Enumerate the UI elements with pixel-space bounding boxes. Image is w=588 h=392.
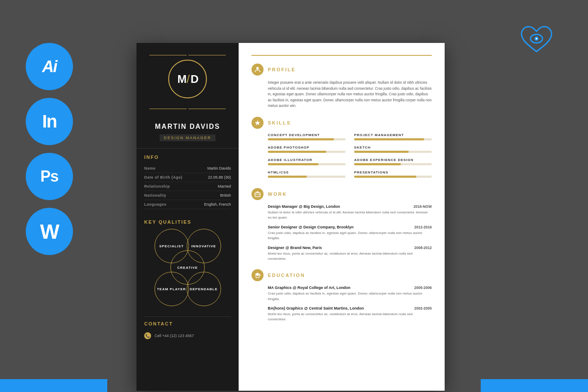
contact-section: CONTACT 📞 Cell +44 (12) 123 4567: [136, 310, 239, 345]
skill-item: ADOBE ILLUSTRATOR: [268, 158, 346, 165]
work-item-period: 2016-NOW: [413, 204, 432, 209]
work-item-period: 2008-2012: [414, 246, 432, 250]
phone-icon: 📞: [144, 332, 151, 339]
resume-left-panel: M / D MARTIN DAVIDS DESIGN MANAGER INFO …: [136, 43, 239, 391]
edu-item: BA(hons) Graphics @ Central Saint Martin…: [268, 306, 432, 322]
svg-point-2: [536, 38, 537, 40]
contact-phone: 📞 Cell +44 (12) 123 4567: [144, 331, 231, 341]
monogram-area: M / D: [136, 43, 239, 118]
work-items: Design Manager @ Big Design, London 2016…: [252, 204, 432, 261]
work-header: WORK: [252, 188, 432, 200]
skill-name: ADOBE EXPERIENCE DESIGN: [354, 158, 432, 162]
monogram-first: M: [177, 73, 186, 86]
skill-item: ADOBE PHOTOSHOP: [268, 146, 346, 153]
svg-marker-4: [255, 120, 261, 125]
skills-title: SKILLS: [268, 120, 291, 125]
work-item-desc: Morbi leo risus, porta ac consectetur ac…: [268, 251, 432, 262]
work-item: Senior Designer @ Design Company, Brookl…: [268, 225, 432, 241]
info-section: INFO Name Martin Davids Date of Birth (A…: [136, 149, 239, 213]
skills-grid: CONCEPT DEVELOPMENT PROJECT MANAGEMENT A…: [268, 133, 432, 180]
venn-creative: CREATIVE: [170, 250, 205, 285]
key-qualities-title: KEY QUALITIES: [144, 219, 231, 225]
ai-label: Ai: [42, 58, 57, 76]
skill-bar-fill: [268, 138, 334, 140]
profile-header: PROFILE: [252, 64, 432, 76]
info-row-languages: Languages English, French: [144, 200, 231, 209]
skill-bar-fill: [354, 151, 409, 153]
work-item-period: 2012-2016: [414, 225, 432, 229]
ps-icon: Ps: [26, 153, 73, 200]
skill-name: PRESENTATIONS: [354, 170, 432, 174]
in-icon: In: [26, 98, 73, 145]
info-section-title: INFO: [144, 155, 231, 160]
edu-item-title: MA Graphics @ Royal College of Art, Lond…: [268, 286, 351, 290]
skill-bar-bg: [268, 176, 346, 178]
info-label-name: Name: [144, 166, 156, 170]
person-name: MARTIN DAVIDS: [143, 123, 232, 131]
info-label-dob: Date of Birth (Age): [144, 175, 182, 179]
work-item-desc: Cras justo odio, dapibus ac facilisis in…: [268, 231, 432, 241]
skill-item: HTML/CSS: [268, 170, 346, 178]
education-icon: [252, 269, 264, 281]
skill-bar-fill: [268, 151, 326, 153]
info-value-name: Martin Davids: [207, 166, 231, 170]
skill-item: SKETCH: [354, 146, 432, 153]
info-label-relationship: Relationship: [144, 184, 170, 188]
education-section: EDUCATION MA Graphics @ Royal College of…: [252, 269, 432, 322]
work-item: Design Manager @ Big Design, London 2016…: [268, 204, 432, 221]
skill-item: ADOBE EXPERIENCE DESIGN: [354, 158, 432, 165]
app-icons-list: Ai In Ps W: [26, 43, 73, 255]
svg-point-3: [256, 67, 259, 70]
key-qualities-section: KEY QUALITIES SPECIALIST INNOVATIVE CREA…: [136, 213, 239, 310]
education-title-label: EDUCATION: [268, 273, 305, 278]
profile-title: PROFILE: [268, 67, 296, 72]
skill-bar-bg: [268, 163, 346, 165]
skill-bar-fill: [354, 176, 416, 178]
person-title: DESIGN MANAGER: [160, 134, 216, 141]
venn-diagram: SPECIALIST INNOVATIVE CREATIVE TEAM PLAY…: [144, 229, 231, 306]
bottom-bar-left: [0, 379, 107, 392]
skill-bar-bg: [354, 138, 432, 140]
skill-bar-bg: [354, 176, 432, 178]
work-item: Designer @ Brand New, Paris 2008-2012 Mo…: [268, 246, 432, 262]
w-label: W: [40, 220, 58, 243]
skill-bar-fill: [354, 163, 401, 165]
skills-section: SKILLS CONCEPT DEVELOPMENT PROJECT MANAG…: [252, 117, 432, 180]
work-icon: [252, 188, 264, 200]
info-row-relationship: Relationship Married: [144, 182, 231, 191]
profile-text: Integer posuere erat a ante venenatis da…: [268, 80, 432, 109]
skill-bar-fill: [354, 138, 424, 140]
skill-bar-bg: [354, 163, 432, 165]
skill-bar-bg: [268, 151, 346, 153]
bottom-bar-right: [481, 379, 588, 392]
monogram-circle: M / D: [168, 60, 207, 98]
skills-icon: [252, 117, 264, 129]
edu-item-desc: Morbi leo risus, porta ac consectetur ac…: [268, 312, 432, 322]
work-title-label: WORK: [268, 191, 287, 197]
skill-name: SKETCH: [354, 146, 432, 149]
education-items: MA Graphics @ Royal College of Art, Lond…: [252, 286, 432, 322]
skill-item: PROJECT MANAGEMENT: [354, 133, 432, 140]
info-label-nationality: Nationality: [144, 193, 167, 198]
in-label: In: [42, 111, 56, 132]
skill-name: HTML/CSS: [268, 170, 346, 174]
profile-icon: [252, 64, 264, 76]
skill-bar-bg: [354, 151, 432, 153]
info-value-dob: 22.05.88 (30): [208, 175, 231, 179]
edu-item-period: 2002-2005: [414, 306, 432, 310]
info-value-nationality: British: [220, 193, 231, 198]
edu-item-title: BA(hons) Graphics @ Central Saint Martin…: [268, 306, 364, 310]
education-header: EDUCATION: [252, 269, 432, 281]
edu-item: MA Graphics @ Royal College of Art, Lond…: [268, 286, 432, 302]
skills-header: SKILLS: [252, 117, 432, 129]
ai-icon: Ai: [26, 43, 73, 90]
work-section: WORK Design Manager @ Big Design, London…: [252, 188, 432, 261]
skill-bar-fill: [268, 176, 307, 178]
top-decorative-line: [252, 55, 432, 56]
w-icon: W: [26, 208, 73, 255]
profile-section: PROFILE Integer posuere erat a ante vene…: [252, 64, 432, 109]
brand-logo: [519, 24, 554, 60]
skill-bar-bg: [268, 138, 346, 140]
info-label-languages: Languages: [144, 202, 167, 207]
contact-title: CONTACT: [144, 321, 231, 326]
